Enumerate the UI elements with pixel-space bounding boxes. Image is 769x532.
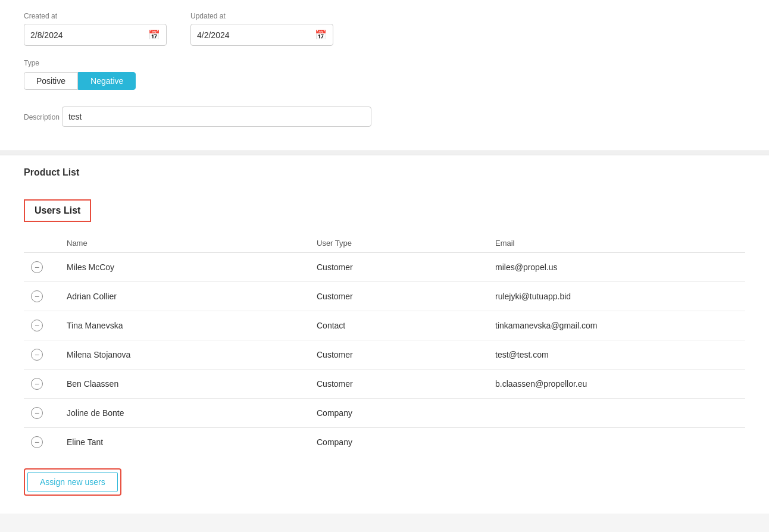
col-header-email: Email: [488, 234, 745, 253]
date-row: Created at 2/8/2024 📅 Updated at 4/2/202…: [24, 12, 745, 46]
user-type: Contact: [310, 311, 488, 340]
remove-user-icon[interactable]: [31, 378, 43, 390]
description-section: Description: [24, 102, 745, 127]
remove-user-icon[interactable]: [31, 407, 43, 419]
user-type: Customer: [310, 282, 488, 311]
updated-at-input[interactable]: 4/2/2024 📅: [190, 24, 333, 46]
users-table: Name User Type Email Miles McCoyCustomer…: [24, 234, 745, 456]
updated-at-value: 4/2/2024: [197, 30, 230, 40]
users-list-header[interactable]: Users List: [24, 199, 91, 222]
created-at-field: Created at 2/8/2024 📅: [24, 12, 167, 46]
user-name: Ben Claassen: [60, 370, 310, 399]
user-email: test@test.com: [488, 340, 745, 370]
table-row: Eline TantCompany: [24, 428, 745, 457]
created-at-input[interactable]: 2/8/2024 📅: [24, 24, 167, 46]
user-email: [488, 399, 745, 428]
user-type: Customer: [310, 370, 488, 399]
created-at-label: Created at: [24, 12, 167, 20]
remove-user-icon[interactable]: [31, 436, 43, 448]
user-email: rulejyki@tutuapp.bid: [488, 282, 745, 311]
col-header-user-type: User Type: [310, 234, 488, 253]
table-row: Milena StojanovaCustomertest@test.com: [24, 340, 745, 370]
type-label: Type: [24, 59, 39, 67]
user-name: Tina Manevska: [60, 311, 310, 340]
type-positive-button[interactable]: Positive: [24, 72, 78, 90]
product-list-title: Product List: [24, 167, 745, 178]
user-email: b.claassen@propellor.eu: [488, 370, 745, 399]
updated-at-field: Updated at 4/2/2024 📅: [190, 12, 333, 46]
table-row: Adrian CollierCustomerrulejyki@tutuapp.b…: [24, 282, 745, 311]
remove-user-icon[interactable]: [31, 320, 43, 331]
user-type: Company: [310, 399, 488, 428]
created-at-calendar-icon[interactable]: 📅: [148, 29, 160, 40]
table-row: Miles McCoyCustomermiles@propel.us: [24, 253, 745, 282]
table-header-row: Name User Type Email: [24, 234, 745, 253]
type-buttons: Positive Negative: [24, 72, 745, 90]
user-type: Customer: [310, 253, 488, 282]
users-list-section: Users List Name User Type Email Miles Mc…: [0, 193, 769, 514]
product-list-section: Product List: [0, 155, 769, 193]
user-name: Joline de Bonte: [60, 399, 310, 428]
description-label: Description: [24, 113, 60, 121]
user-type: Company: [310, 428, 488, 457]
user-name: Miles McCoy: [60, 253, 310, 282]
assign-new-users-button[interactable]: Assign new users: [27, 472, 118, 492]
assign-button-wrapper: Assign new users: [24, 468, 121, 496]
remove-user-icon[interactable]: [31, 349, 43, 361]
type-section: Type Positive Negative: [24, 58, 745, 90]
user-email: tinkamanevska@gmail.com: [488, 311, 745, 340]
user-email: miles@propel.us: [488, 253, 745, 282]
table-row: Joline de BonteCompany: [24, 399, 745, 428]
updated-at-calendar-icon[interactable]: 📅: [315, 29, 327, 40]
created-at-value: 2/8/2024: [30, 30, 63, 40]
remove-user-icon[interactable]: [31, 290, 43, 302]
user-name: Adrian Collier: [60, 282, 310, 311]
user-email: [488, 428, 745, 457]
divider-1: [0, 151, 769, 155]
user-name: Milena Stojanova: [60, 340, 310, 370]
col-header-icon: [24, 234, 60, 253]
user-name: Eline Tant: [60, 428, 310, 457]
type-negative-button[interactable]: Negative: [78, 72, 136, 90]
remove-user-icon[interactable]: [31, 261, 43, 273]
col-header-name: Name: [60, 234, 310, 253]
updated-at-label: Updated at: [190, 12, 333, 20]
user-type: Customer: [310, 340, 488, 370]
table-row: Tina ManevskaContacttinkamanevska@gmail.…: [24, 311, 745, 340]
description-input[interactable]: [62, 107, 371, 127]
table-row: Ben ClaassenCustomerb.claassen@propellor…: [24, 370, 745, 399]
top-section: Created at 2/8/2024 📅 Updated at 4/2/202…: [0, 0, 769, 151]
page-container: Created at 2/8/2024 📅 Updated at 4/2/202…: [0, 0, 769, 532]
